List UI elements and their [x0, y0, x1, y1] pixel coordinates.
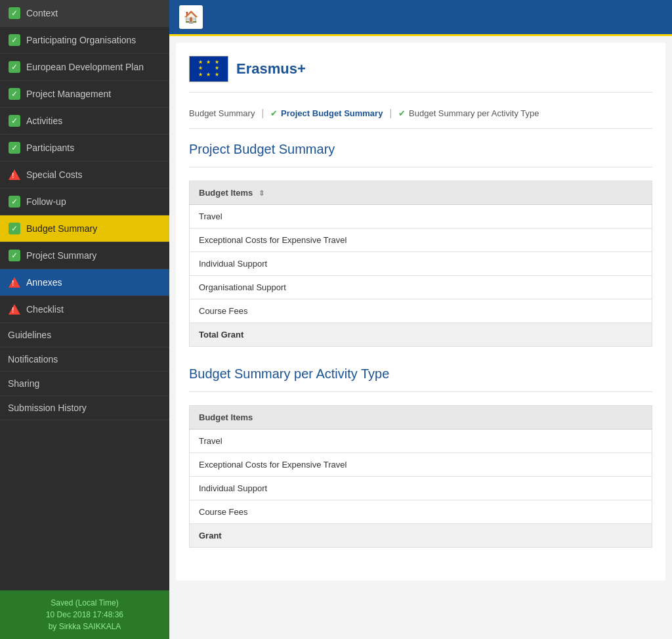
sidebar-item-label: Budget Summary — [26, 223, 97, 234]
sidebar-item-annexes[interactable]: Annexes — [0, 269, 169, 296]
table-row: Organisational Support — [190, 276, 652, 299]
check-icon-2: ✔ — [398, 108, 406, 118]
check-icon-1: ✔ — [270, 108, 278, 118]
check-icon: ✓ — [8, 249, 21, 262]
check-icon: ✓ — [8, 87, 21, 100]
star-9: ★ — [213, 72, 221, 78]
activity-budget-table: Budget Items TravelExceptional Costs for… — [189, 405, 652, 548]
footer-line2: 10 Dec 2018 17:48:36 — [7, 609, 163, 621]
check-icon: ✓ — [8, 114, 21, 127]
sidebar-item-label: Special Costs — [26, 169, 83, 180]
table-row: Course Fees — [190, 299, 652, 323]
project-budget-table: Budget Items ⇕ TravelExceptional Costs f… — [189, 181, 652, 347]
activity-budget-rows: TravelExceptional Costs for Expensive Tr… — [190, 430, 652, 548]
check-icon: ✓ — [8, 33, 21, 47]
sidebar-item-project-summary[interactable]: ✓Project Summary — [0, 242, 169, 269]
sidebar-item-label: Participants — [26, 143, 74, 153]
sidebar-footer: Saved (Local Time) 10 Dec 2018 17:48:36 … — [0, 590, 169, 639]
budget-item-label: Exceptional Costs for Expensive Travel — [190, 229, 652, 252]
topbar: 🏠 — [169, 0, 672, 36]
sidebar-item-notifications[interactable]: Notifications — [0, 347, 169, 372]
sidebar-item-project-management[interactable]: ✓Project Management — [0, 81, 169, 108]
budget-item-label: Course Fees — [190, 500, 652, 524]
sidebar-item-context[interactable]: ✓Context — [0, 0, 169, 27]
tab-budget-summary-activity[interactable]: Budget Summary per Activity Type — [409, 108, 539, 118]
sidebar-item-label: Annexes — [26, 277, 62, 288]
budget-item-label: Travel — [190, 430, 652, 453]
warn-icon — [8, 303, 21, 316]
warn-icon — [8, 168, 21, 181]
sidebar-item-follow-up[interactable]: ✓Follow-up — [0, 188, 169, 215]
sidebar-item-submission-history[interactable]: Submission History — [0, 396, 169, 420]
table-row: Travel — [190, 205, 652, 229]
sep-1: | — [261, 108, 264, 118]
budget-item-label: Total Grant — [190, 323, 652, 347]
check-icon: ✓ — [8, 7, 21, 20]
table-row: Travel — [190, 430, 652, 453]
check-icon: ✓ — [8, 60, 21, 74]
budget-summary-activity-title: Budget Summary per Activity Type — [189, 366, 652, 382]
sidebar-item-guidelines[interactable]: Guidelines — [0, 323, 169, 347]
sidebar: ✓Context✓Participating Organisations✓Eur… — [0, 0, 169, 639]
sidebar-item-label: Follow-up — [26, 196, 66, 207]
budget-item-label: Travel — [190, 205, 652, 229]
sort-icon-1[interactable]: ⇕ — [259, 189, 264, 197]
sidebar-item-budget-summary[interactable]: ✓Budget Summary — [0, 215, 169, 242]
sidebar-item-checklist[interactable]: Checklist — [0, 296, 169, 323]
table-row: Individual Support — [190, 252, 652, 276]
project-budget-rows: TravelExceptional Costs for Expensive Tr… — [190, 205, 652, 347]
table-row: Exceptional Costs for Expensive Travel — [190, 229, 652, 252]
star-8: ★ — [205, 72, 213, 78]
warn-icon — [8, 276, 21, 289]
check-icon: ✓ — [8, 141, 21, 154]
check-icon: ✓ — [8, 195, 21, 208]
sidebar-plain-items: GuidelinesNotificationsSharingSubmission… — [0, 323, 169, 420]
divider-2 — [189, 391, 652, 392]
budget-item-label: Exceptional Costs for Expensive Travel — [190, 453, 652, 477]
project-budget-summary-title: Project Budget Summary — [189, 142, 652, 157]
tab-project-budget-summary[interactable]: Project Budget Summary — [281, 108, 383, 118]
star-2: ★ — [205, 60, 213, 66]
erasmus-title: Erasmus+ — [236, 60, 306, 77]
tab-budget-summary[interactable]: Budget Summary — [189, 108, 255, 118]
home-button[interactable]: 🏠 — [179, 5, 203, 29]
table-row: Exceptional Costs for Expensive Travel — [190, 453, 652, 477]
sep-2: | — [389, 108, 392, 118]
footer-line1: Saved (Local Time) — [7, 597, 163, 609]
sidebar-item-label: European Development Plan — [26, 62, 144, 72]
sidebar-item-label: Project Summary — [26, 250, 96, 261]
budget-item-label: Course Fees — [190, 299, 652, 323]
check-icon: ✓ — [8, 222, 21, 235]
content-area: ★ ★ ★ ★ ★ ★ ★ ★ Erasmus+ Budget Summary … — [176, 43, 665, 581]
main-content: 🏠 ★ ★ ★ ★ ★ ★ ★ ★ Erasmus+ — [169, 0, 672, 639]
sidebar-nav-items: ✓Context✓Participating Organisations✓Eur… — [0, 0, 169, 323]
budget-item-label: Individual Support — [190, 252, 652, 276]
budget-item-label: Grant — [190, 524, 652, 548]
sidebar-item-label: Checklist — [26, 304, 64, 315]
sidebar-item-activities[interactable]: ✓Activities — [0, 108, 169, 135]
table-row: Course Fees — [190, 500, 652, 524]
sidebar-item-label: Project Management — [26, 89, 111, 99]
table-row: Grant — [190, 524, 652, 548]
sidebar-item-label: Context — [26, 8, 58, 18]
col-budget-items-1: Budget Items ⇕ — [190, 181, 652, 205]
budget-item-label: Individual Support — [190, 477, 652, 500]
sidebar-item-sharing[interactable]: Sharing — [0, 372, 169, 396]
footer-line3: by Sirkka SAIKKALA — [7, 621, 163, 632]
sidebar-item-special-costs[interactable]: Special Costs — [0, 162, 169, 188]
sidebar-item-label: Activities — [26, 116, 62, 126]
budget-item-label: Organisational Support — [190, 276, 652, 299]
divider-1 — [189, 167, 652, 167]
breadcrumb-tabs: Budget Summary | ✔ Project Budget Summar… — [189, 102, 652, 129]
sidebar-item-participating-organisations[interactable]: ✓Participating Organisations — [0, 27, 169, 54]
sidebar-item-label: Participating Organisations — [26, 35, 136, 45]
sidebar-item-participants[interactable]: ✓Participants — [0, 135, 169, 162]
erasmus-header: ★ ★ ★ ★ ★ ★ ★ ★ Erasmus+ — [189, 56, 652, 93]
star-7: ★ — [196, 72, 205, 78]
sidebar-item-european-development-plan[interactable]: ✓European Development Plan — [0, 54, 169, 81]
eu-stars: ★ ★ ★ ★ ★ ★ ★ ★ — [196, 60, 221, 78]
table-row: Total Grant — [190, 323, 652, 347]
col-budget-items-2: Budget Items — [190, 406, 652, 430]
eu-flag: ★ ★ ★ ★ ★ ★ ★ ★ — [189, 56, 228, 82]
table-row: Individual Support — [190, 477, 652, 500]
